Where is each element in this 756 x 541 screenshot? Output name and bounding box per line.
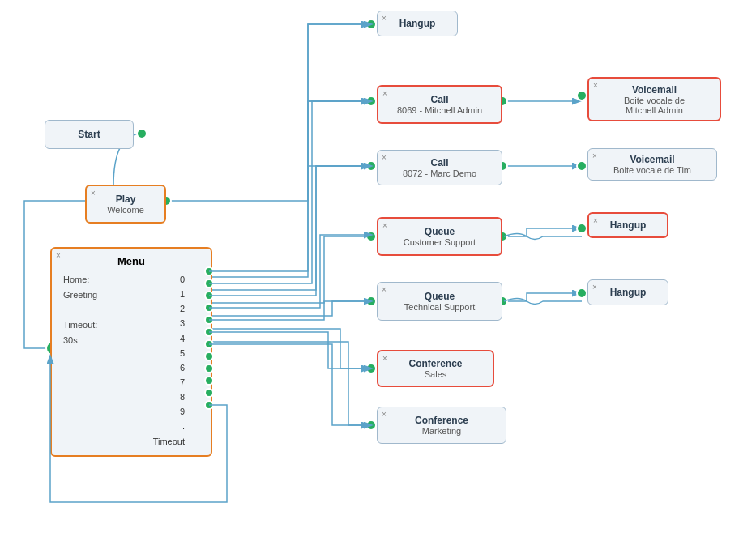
conference-sales-subtitle: Sales xyxy=(425,369,447,379)
call-8072-node: × Call 8072 - Marc Demo xyxy=(377,150,502,185)
hangup-customer-node: × Hangup xyxy=(587,212,668,238)
call-8069-node: × Call 8069 - Mitchell Admin xyxy=(377,85,502,124)
svg-point-15 xyxy=(577,161,587,171)
start-node: Start xyxy=(45,120,134,149)
hangup-technical-title: Hangup xyxy=(610,287,647,298)
hangup-top-node: × Hangup xyxy=(377,11,458,36)
call-8069-title: Call xyxy=(430,94,448,105)
call-8072-title: Call xyxy=(430,157,448,168)
svg-point-3 xyxy=(366,232,376,241)
voicemail-mitchell-node: × Voicemail Boite vocale de Mitchell Adm… xyxy=(587,77,721,121)
svg-point-14 xyxy=(577,91,587,100)
svg-point-4 xyxy=(366,296,376,306)
play-close-icon[interactable]: × xyxy=(91,189,96,198)
conference-marketing-node: × Conference Marketing xyxy=(377,407,506,444)
call-8072-subtitle: 8072 - Marc Demo xyxy=(403,168,476,178)
voicemail-mitchell-close[interactable]: × xyxy=(593,81,598,90)
queue-customer-title: Queue xyxy=(425,226,455,237)
queue-customer-subtitle: Customer Support xyxy=(404,237,476,247)
conference-sales-node: × Conference Sales xyxy=(377,350,494,387)
menu-close-icon[interactable]: × xyxy=(56,251,61,260)
call-8072-close[interactable]: × xyxy=(382,153,387,162)
play-subtitle: Welcome xyxy=(107,205,144,215)
conference-marketing-close[interactable]: × xyxy=(382,410,387,419)
conference-sales-title: Conference xyxy=(408,358,462,369)
svg-point-13 xyxy=(137,129,147,138)
voicemail-tim-subtitle: Boite vocale de Tim xyxy=(613,165,691,175)
svg-point-16 xyxy=(577,224,587,233)
hangup-top-title: Hangup xyxy=(399,18,436,29)
queue-customer-node: × Queue Customer Support xyxy=(377,217,502,256)
queue-technical-node: × Queue Technical Support xyxy=(377,282,502,321)
conference-marketing-subtitle: Marketing xyxy=(422,426,461,436)
svg-point-0 xyxy=(366,19,376,29)
call-8069-subtitle: 8069 - Mitchell Admin xyxy=(397,105,482,115)
voicemail-mitchell-title: Voicemail xyxy=(632,84,677,96)
queue-technical-close[interactable]: × xyxy=(382,285,387,294)
menu-title: Menu xyxy=(63,255,199,267)
play-title: Play xyxy=(116,194,136,205)
queue-technical-title: Queue xyxy=(425,291,455,302)
voicemail-tim-close[interactable]: × xyxy=(592,151,597,160)
conference-marketing-title: Conference xyxy=(415,415,468,426)
hangup-top-close[interactable]: × xyxy=(382,14,387,23)
play-welcome-node: × Play Welcome xyxy=(85,185,166,224)
svg-point-5 xyxy=(366,364,376,373)
call-8069-close[interactable]: × xyxy=(382,89,387,98)
menu-numbers: 0 1 2 3 4 5 6 7 8 9 . Timeout xyxy=(153,272,199,449)
hangup-technical-close[interactable]: × xyxy=(592,283,597,292)
queue-customer-close[interactable]: × xyxy=(382,221,387,230)
hangup-customer-close[interactable]: × xyxy=(593,216,598,225)
hangup-customer-title: Hangup xyxy=(610,219,647,231)
menu-info: Home: Greeting Timeout: 30s xyxy=(63,272,97,347)
svg-point-17 xyxy=(577,288,587,298)
conference-sales-close[interactable]: × xyxy=(382,354,387,363)
hangup-technical-node: × Hangup xyxy=(587,279,668,305)
queue-technical-subtitle: Technical Support xyxy=(404,302,475,312)
svg-point-1 xyxy=(366,96,376,106)
voicemail-tim-title: Voicemail xyxy=(630,154,674,165)
voicemail-tim-node: × Voicemail Boite vocale de Tim xyxy=(587,148,717,181)
start-label: Start xyxy=(78,129,100,140)
menu-node: × Menu Home: Greeting Timeout: 30s 0 1 2… xyxy=(50,247,212,457)
voicemail-mitchell-subtitle: Boite vocale de Mitchell Admin xyxy=(624,96,685,115)
svg-point-6 xyxy=(366,420,376,430)
svg-point-2 xyxy=(366,161,376,171)
